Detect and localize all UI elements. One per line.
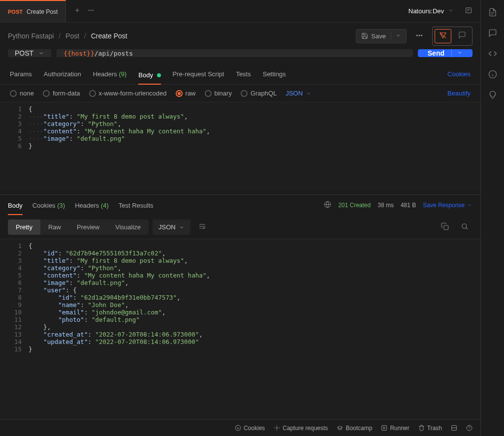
svg-point-9	[462, 224, 467, 228]
environment-name: Natours:Dev	[409, 7, 444, 15]
code-line: 4····"content": "My content haha My cont…	[0, 127, 480, 135]
code-line: 8 "id": "62d1a2904b9f31e0bb747573",	[0, 294, 480, 301]
svg-rect-8	[444, 225, 448, 230]
code-line: 10 "email": "johndoe@gmail.com",	[0, 309, 480, 316]
svg-point-1	[91, 10, 92, 11]
url-bar: POST {{host}}/api/posts Send	[0, 49, 480, 64]
code-line: 6 "image": "default.png",	[0, 279, 480, 286]
svg-point-4	[416, 35, 417, 36]
save-response-button[interactable]: Save Response	[423, 202, 472, 209]
breadcrumb-folder[interactable]: Post	[65, 32, 79, 40]
copy-icon[interactable]	[437, 218, 453, 236]
footer-trash[interactable]: Trash	[418, 425, 442, 432]
beautify-link[interactable]: Beautify	[447, 90, 471, 97]
tab-tests[interactable]: Tests	[236, 68, 251, 80]
save-button[interactable]: Save	[356, 29, 407, 43]
radio-formdata[interactable]: form-data	[43, 90, 80, 97]
globe-icon[interactable]	[324, 201, 331, 210]
tab-actions	[66, 0, 102, 22]
resp-tab-testresults[interactable]: Test Results	[119, 202, 154, 209]
more-actions-icon[interactable]	[412, 29, 426, 44]
docs-icon[interactable]	[488, 8, 497, 17]
code-line: 12 },	[0, 323, 480, 331]
more-tabs-icon[interactable]	[88, 7, 94, 15]
tab-authorization[interactable]: Authorization	[44, 68, 81, 80]
svg-rect-3	[466, 8, 472, 13]
view-visualize[interactable]: Visualize	[107, 219, 149, 235]
resp-tab-cookies[interactable]: Cookies (3)	[32, 202, 65, 209]
response-section-tabs: Body Cookies (3) Headers (4) Test Result…	[0, 194, 480, 216]
tab-params[interactable]: Params	[10, 68, 32, 80]
footer-bootcamp[interactable]: Bootcamp	[337, 425, 372, 432]
code-line: 5 "content": "My content haha My content…	[0, 272, 480, 279]
bulb-icon[interactable]	[488, 91, 497, 99]
send-label: Send	[428, 49, 444, 57]
svg-point-12	[239, 428, 239, 429]
breadcrumb-collection[interactable]: Python Fastapi	[8, 32, 54, 40]
code-line: 2 "id": "62d7b94e75551053f13a7c02",	[0, 249, 480, 257]
tab-prerequest[interactable]: Pre-request Script	[173, 68, 224, 80]
code-line: 3 "title": "My first 8 demo post always"…	[0, 257, 480, 264]
radio-xwww[interactable]: x-www-form-urlencoded	[89, 90, 167, 97]
environment-selector[interactable]: Natours:Dev	[401, 0, 480, 22]
url-path: /api/posts	[94, 50, 133, 57]
method-label: POST	[15, 49, 33, 57]
svg-point-5	[419, 35, 420, 36]
tab-title: Create Post	[27, 8, 58, 15]
footer-capture[interactable]: Capture requests	[274, 425, 328, 432]
response-lang-selector[interactable]: JSON	[153, 219, 190, 235]
search-icon[interactable]	[457, 218, 472, 236]
svg-point-13	[237, 429, 238, 429]
wrap-lines-icon[interactable]	[194, 218, 210, 236]
footer-help-icon[interactable]	[466, 425, 472, 431]
radio-binary[interactable]: binary	[205, 90, 232, 97]
view-preview[interactable]: Preview	[69, 219, 107, 235]
svg-point-14	[276, 427, 278, 429]
request-tab[interactable]: POST Create Post	[0, 0, 66, 22]
code-line: 2····"title": "My first 8 demo post alwa…	[0, 113, 480, 120]
radio-raw[interactable]: raw	[176, 90, 196, 97]
code-line: 9 "name": "John Doe",	[0, 301, 480, 309]
resp-tab-headers[interactable]: Headers (4)	[75, 202, 109, 209]
new-tab-icon[interactable]	[74, 7, 81, 15]
code-line: 1{	[0, 105, 480, 113]
radio-graphql[interactable]: GraphQL	[241, 90, 277, 97]
body-type-radios: none form-data x-www-form-urlencoded raw…	[0, 85, 480, 102]
method-selector[interactable]: POST	[8, 49, 52, 57]
footer-runner[interactable]: Runner	[381, 425, 409, 432]
comment-mode-icon[interactable]	[454, 29, 470, 43]
code-line: 13 "created_at": "2022-07-20T08:14:06.97…	[0, 331, 480, 338]
footer-layout-icon[interactable]	[451, 425, 457, 431]
body-language-selector[interactable]: JSON	[285, 90, 312, 97]
code-line: 7 "user": {	[0, 286, 480, 294]
code-line: 3····"category": "Python",	[0, 120, 480, 127]
tab-method: POST	[8, 9, 23, 15]
cookies-link[interactable]: Cookies	[447, 70, 471, 78]
request-section-tabs: Params Authorization Headers (9) Body Pr…	[0, 64, 480, 85]
footer-cookies[interactable]: Cookies	[235, 425, 265, 432]
breadcrumb-row: Python Fastapi / Post / Create Post Save	[0, 23, 480, 49]
code-icon[interactable]	[488, 49, 497, 58]
view-mode-toggle	[432, 27, 472, 46]
svg-point-6	[421, 35, 422, 36]
view-raw[interactable]: Raw	[40, 219, 69, 235]
request-body-editor[interactable]: 1{2····"title": "My first 8 demo post al…	[0, 102, 480, 190]
response-body-viewer[interactable]: 1{2 "id": "62d7b94e75551053f13a7c02",3 "…	[0, 239, 480, 419]
environment-quicklook-icon[interactable]	[465, 6, 472, 16]
chevron-down-icon[interactable]	[451, 49, 463, 57]
status-bar: Cookies Capture requests Bootcamp Runner…	[0, 419, 480, 436]
view-mode-segment: Pretty Raw Preview Visualize	[8, 219, 149, 235]
tab-headers[interactable]: Headers (9)	[93, 68, 127, 80]
build-mode-icon[interactable]	[435, 29, 451, 43]
chevron-down-icon[interactable]	[391, 32, 401, 40]
tab-settings[interactable]: Settings	[263, 68, 286, 80]
resp-tab-body[interactable]: Body	[8, 202, 23, 215]
tab-body[interactable]: Body	[138, 69, 160, 85]
send-button[interactable]: Send	[418, 49, 472, 57]
radio-none[interactable]: none	[10, 90, 34, 97]
comments-icon[interactable]	[488, 29, 497, 37]
view-pretty[interactable]: Pretty	[8, 219, 40, 235]
info-icon[interactable]	[488, 70, 497, 79]
save-label: Save	[371, 32, 386, 40]
url-input[interactable]: {{host}}/api/posts	[57, 49, 413, 57]
